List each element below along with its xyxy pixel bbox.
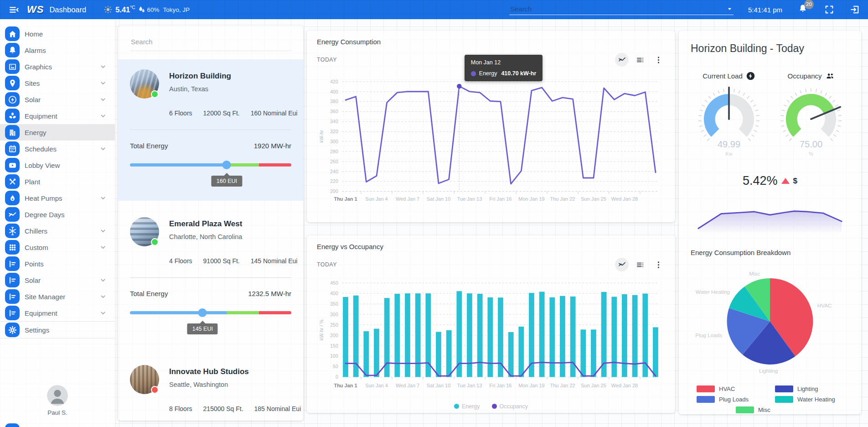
chevron-down-icon <box>98 308 108 318</box>
sidebar-item-plant[interactable]: Plant <box>0 173 115 190</box>
eui-slider[interactable]: 145 EUI <box>130 311 291 338</box>
kebab-menu-icon[interactable] <box>651 258 665 271</box>
chevron-down-icon <box>98 193 108 203</box>
building-card-emerald-plaza-west[interactable]: Emerald Plaza WestCharlotte, North Carol… <box>118 207 303 349</box>
legend-item-energy[interactable]: Energy <box>454 403 480 410</box>
fullscreen-icon[interactable] <box>824 5 834 15</box>
legend-item-hvac[interactable]: HVAC <box>697 385 765 392</box>
total-energy-label: Total Energy <box>130 142 168 150</box>
legend-swatch-icon <box>697 396 715 403</box>
building-icon <box>5 125 20 140</box>
svg-text:Mon Jan 19: Mon Jan 19 <box>518 383 544 388</box>
eui-slider-handle[interactable] <box>198 308 207 317</box>
svg-text:Sat Jan 10: Sat Jan 10 <box>427 196 450 202</box>
sidebar-item-chillers[interactable]: Chillers <box>0 223 115 239</box>
building-card-innovate-hub-studios[interactable]: Innovate Hub StudiosSeattle, Washington8… <box>118 355 303 421</box>
eui-slider-tooltip: 160 EUI <box>212 176 242 187</box>
legend-item-water-heating[interactable]: Water Heating <box>775 396 843 403</box>
energy-consumption-chart[interactable]: 200220240260280300320340360380400420kW-h… <box>317 70 665 214</box>
svg-text:380: 380 <box>330 99 338 104</box>
legend-item-plug-loads[interactable]: Plug Loads <box>697 396 765 403</box>
table-view-icon[interactable] <box>633 258 647 271</box>
building-location: Seattle, Washington <box>169 381 249 388</box>
sidebar-item-solar[interactable]: Solar <box>0 91 115 108</box>
kebab-menu-icon[interactable] <box>651 53 665 67</box>
building-location: Charlotte, North Carolina <box>169 233 242 240</box>
svg-text:Wed Jan 28: Wed Jan 28 <box>611 383 638 388</box>
header-search-input[interactable] <box>509 5 726 13</box>
sidebar-item-solar[interactable]: Solar <box>0 272 115 288</box>
sidebar-item-home[interactable]: Home <box>0 26 115 42</box>
sidebar-item-energy[interactable]: Energy <box>0 124 115 141</box>
occupancy-gauge: Occupancy 75.00 % <box>772 71 850 156</box>
legend-item-lighting[interactable]: Lighting <box>775 385 843 392</box>
legend-item-misc[interactable]: Misc <box>736 406 804 413</box>
svg-text:Thu Jan 22: Thu Jan 22 <box>550 383 575 388</box>
chevron-down-icon <box>98 226 108 235</box>
building-floors: 4 Floors <box>169 257 192 265</box>
chevron-down-icon <box>98 243 108 252</box>
delta-value: 5.42% <box>743 174 778 188</box>
menu-icon[interactable] <box>8 4 20 16</box>
svg-text:Tue Jan 13: Tue Jan 13 <box>457 383 482 388</box>
sidebar-item-schedules[interactable]: Schedules <box>0 141 115 157</box>
divider <box>130 277 291 278</box>
line-chart-icon[interactable] <box>615 53 629 67</box>
svg-text:Thu Jan 22: Thu Jan 22 <box>550 196 575 202</box>
energy-vs-occupancy-chart[interactable]: 050100150200250300350400450kW-hr / %Thu … <box>317 275 665 401</box>
chart-legend: EnergyOccupancy <box>317 403 665 410</box>
chart-toolbar <box>615 258 665 271</box>
sidebar-item-label: Lobby View <box>25 161 60 169</box>
chart-toolbar <box>615 53 665 67</box>
notifications-button[interactable]: 20 <box>798 4 808 16</box>
chart-tooltip: Mon Jan 12 Energy410.70 kW-hr <box>465 55 542 81</box>
sidebar-item-settings[interactable]: Settings <box>0 321 115 338</box>
svg-text:0: 0 <box>336 374 338 380</box>
cost-sparkline <box>695 196 845 234</box>
humidity-value: 60% <box>147 6 160 13</box>
line-chart-icon[interactable] <box>615 258 629 271</box>
gauges-row: Current Load 49.99 Kw Occupancy 75.00 % <box>690 71 850 156</box>
buildings-search-input[interactable] <box>130 37 291 51</box>
sidebar-item-label: Schedules <box>25 145 57 153</box>
eui-slider[interactable]: 160 EUI <box>130 163 291 190</box>
building-floors: 8 Floors <box>169 405 192 412</box>
sidebar-item-heat-pumps[interactable]: Heat Pumps <box>0 190 115 206</box>
svg-text:Wed Jan 28: Wed Jan 28 <box>611 196 638 202</box>
legend-swatch-icon <box>775 396 793 403</box>
notification-badge: 20 <box>804 0 814 9</box>
svg-text:360: 360 <box>330 109 338 114</box>
svg-text:300: 300 <box>330 139 338 144</box>
sidebar-item-graphics[interactable]: Graphics <box>0 58 115 75</box>
sidebar-item-equipment[interactable]: Equipment <box>0 108 115 124</box>
sidebar-item-partial-icon <box>5 423 20 427</box>
app-logo: WS <box>27 4 44 16</box>
sidebar-item-site-manager[interactable]: Site Manager <box>0 288 115 305</box>
current-load-gauge: Current Load 49.99 Kw <box>690 71 768 156</box>
logout-icon[interactable] <box>850 5 860 15</box>
sidebar-item-custom[interactable]: Custom <box>0 239 115 255</box>
sidebar-item-degree-days[interactable]: Degree Days <box>0 206 115 223</box>
range-label: TODAY <box>317 57 337 63</box>
sidebar-item-label: Settings <box>25 326 49 334</box>
svg-text:Lighting: Lighting <box>759 368 778 375</box>
caret-down-icon[interactable] <box>726 5 734 13</box>
humidity-icon <box>137 5 146 14</box>
sidebar-item-lobby-view[interactable]: Lobby View <box>0 157 115 173</box>
sidebar-item-points[interactable]: Points <box>0 255 115 272</box>
sidebar-item-equipment[interactable]: Equipment <box>0 305 115 321</box>
list-icon <box>5 256 20 271</box>
weather-widget: 5.41°C 60% Tokyo, JP <box>103 5 190 14</box>
user-profile[interactable]: Paul S. <box>0 385 115 416</box>
breakdown-pie-chart[interactable]: HVACLightingPlug LoadsWater HeatingMisc <box>693 260 847 385</box>
sidebar-item-sites[interactable]: Sites <box>0 75 115 91</box>
calendar-icon <box>5 141 20 156</box>
eui-slider-handle[interactable] <box>222 161 231 169</box>
fan-icon <box>5 109 20 123</box>
table-view-icon[interactable] <box>633 53 647 67</box>
sidebar-item-alarms[interactable]: Alarms <box>0 42 115 58</box>
legend-swatch-icon <box>697 385 715 392</box>
svg-text:Plug Loads: Plug Loads <box>695 332 722 338</box>
legend-item-occupancy[interactable]: Occupancy <box>492 403 528 410</box>
building-card-horizon-building[interactable]: Horizon BuildingAustin, Texas6 Floors120… <box>118 59 303 201</box>
